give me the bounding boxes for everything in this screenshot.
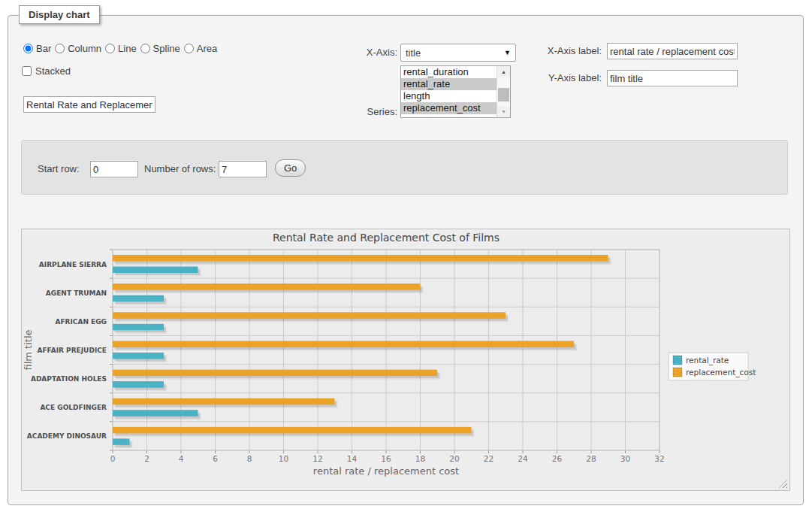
y-axis-label-input[interactable]	[607, 70, 738, 86]
bar-replacement_cost	[113, 370, 437, 377]
bar-rental_rate	[113, 267, 198, 274]
scrollbar-track[interactable]	[497, 77, 510, 106]
series-option-replacement-cost[interactable]: replacement_cost	[401, 102, 497, 114]
bar-rental_rate	[113, 324, 164, 331]
chart-type-bar[interactable]: Bar	[23, 43, 51, 54]
panel-legend: Display chart	[19, 5, 100, 24]
scroll-up-icon[interactable]: ▲	[497, 66, 510, 77]
x-axis-label-input[interactable]	[607, 43, 738, 59]
x-tick-label: 12	[312, 454, 322, 463]
scrollbar-thumb[interactable]	[498, 88, 509, 101]
spline-radio-label: Spline	[153, 43, 180, 54]
rows-panel: Start row: Number of rows: Go	[21, 140, 788, 195]
x-tick-label: 28	[586, 454, 596, 463]
y-category-label: AFRICAN EGG	[55, 318, 107, 326]
x-tick-label: 2	[144, 454, 149, 463]
legend-swatch-replacement_cost	[673, 368, 682, 377]
x-axis-selected-value: title	[406, 47, 421, 59]
area-radio-label: Area	[197, 43, 217, 54]
bar-replacement_cost	[113, 312, 506, 319]
legend-label-replacement_cost: replacement_cost	[686, 368, 756, 377]
x-tick-label: 24	[518, 454, 528, 463]
bar-rental_rate	[113, 381, 164, 388]
bar-replacement_cost	[113, 341, 574, 347]
bar-replacement_cost	[113, 427, 472, 434]
chart-type-group: Bar Column Line Spline Area	[23, 43, 217, 54]
legend-swatch-rental_rate	[673, 356, 682, 365]
x-tick-label: 22	[484, 454, 494, 463]
x-tick-label: 16	[381, 454, 391, 463]
bar-radio-label: Bar	[36, 43, 51, 54]
line-radio[interactable]	[105, 44, 115, 53]
bar-rental_rate	[113, 295, 164, 302]
start-row-label: Start row:	[38, 163, 80, 174]
x-axis-title: rental rate / replacement cost	[313, 465, 459, 477]
bar-chart: 02468101214161820222426283032AIRPLANE SI…	[22, 229, 789, 490]
x-tick-label: 20	[449, 454, 459, 463]
y-category-label: AGENT TRUMAN	[46, 289, 107, 297]
bar-rental_rate	[113, 438, 130, 445]
x-axis-select[interactable]: title ▼	[400, 44, 516, 62]
chart-type-line[interactable]: Line	[105, 43, 137, 54]
x-tick-label: 26	[552, 454, 563, 463]
column-radio[interactable]	[55, 44, 65, 53]
chart-type-area[interactable]: Area	[184, 43, 217, 54]
bar-rental_rate	[113, 353, 164, 359]
number-of-rows-input[interactable]	[219, 161, 267, 177]
chart-type-column[interactable]: Column	[55, 43, 101, 54]
display-chart-panel: Display chart Bar Column Line Spline Are…	[8, 15, 804, 505]
x-axis-label-caption: X-Axis label:	[527, 45, 602, 56]
x-tick-label: 30	[620, 454, 630, 463]
series-scrollbar[interactable]: ▲ ▼	[497, 66, 510, 117]
stacked-row: Stacked	[22, 65, 71, 77]
stacked-checkbox[interactable]	[22, 66, 32, 76]
chart-title-input[interactable]	[23, 96, 155, 113]
series-option-rental-rate[interactable]: rental_rate	[401, 78, 497, 90]
series-option-rental-duration[interactable]: rental_duration	[401, 66, 497, 78]
series-option-length[interactable]: length	[401, 90, 497, 102]
series-list-label: Series:	[331, 106, 397, 117]
bar-radio[interactable]	[23, 44, 33, 53]
bar-replacement_cost	[113, 283, 420, 290]
scroll-down-icon[interactable]: ▼	[497, 106, 510, 117]
y-category-label: ACE GOLDFINGER	[40, 404, 107, 411]
spline-radio[interactable]	[140, 44, 150, 53]
x-tick-label: 0	[110, 454, 116, 463]
stacked-label: Stacked	[35, 65, 71, 77]
y-axis-label-caption: Y-Axis label:	[527, 72, 602, 83]
x-tick-label: 14	[347, 454, 358, 463]
x-tick-label: 32	[654, 454, 664, 463]
dropdown-arrow-icon: ▼	[504, 49, 511, 56]
bar-replacement_cost	[113, 255, 608, 262]
y-category-label: AIRPLANE SIERRA	[39, 261, 107, 268]
chart-container: 02468101214161820222426283032AIRPLANE SI…	[21, 229, 790, 491]
y-category-label: ACADEMY DINOSAUR	[27, 432, 107, 440]
y-category-label: ADAPTATION HOLES	[31, 375, 107, 383]
bar-replacement_cost	[113, 398, 335, 405]
x-axis-select-label: X-Axis:	[331, 47, 397, 58]
x-tick-label: 10	[279, 454, 288, 463]
start-row-input[interactable]	[90, 161, 138, 177]
chart-title: Rental Rate and Replacement Cost of Film…	[273, 232, 500, 244]
line-radio-label: Line	[118, 43, 137, 54]
x-tick-label: 18	[415, 454, 425, 463]
series-multiselect[interactable]: rental_duration rental_rate length repla…	[400, 65, 511, 118]
series-options: rental_duration rental_rate length repla…	[401, 66, 497, 117]
go-button[interactable]: Go	[275, 159, 306, 177]
x-tick-label: 8	[247, 454, 252, 463]
x-tick-label: 4	[179, 454, 184, 463]
number-of-rows-label: Number of rows:	[144, 163, 216, 174]
y-axis-title: film title	[23, 329, 34, 370]
legend-label-rental_rate: rental_rate	[686, 356, 729, 365]
chart-type-spline[interactable]: Spline	[140, 43, 180, 54]
y-category-label: AFFAIR PREJUDICE	[37, 347, 107, 354]
bar-rental_rate	[113, 410, 198, 417]
area-radio[interactable]	[184, 44, 194, 53]
x-tick-label: 6	[213, 454, 218, 463]
column-radio-label: Column	[68, 43, 101, 54]
